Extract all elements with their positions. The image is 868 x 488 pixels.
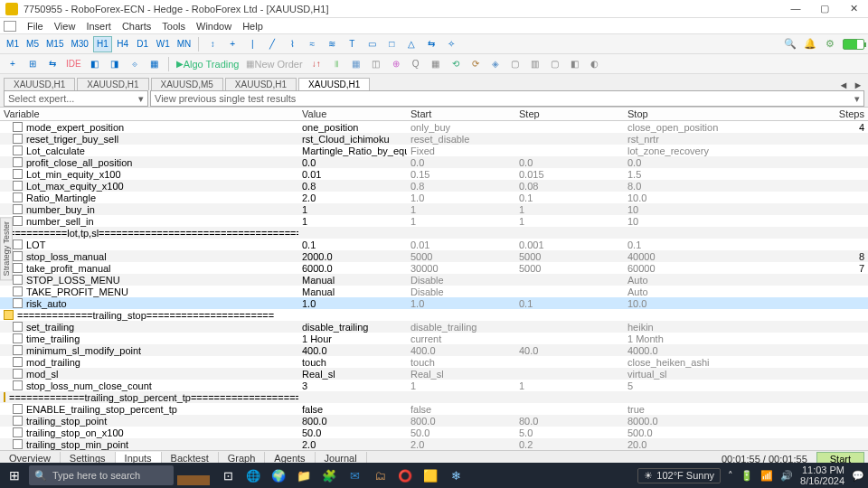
param-stop[interactable]: Auto [624, 275, 823, 286]
taskbar-app-3[interactable]: 📁 [295, 466, 313, 484]
param-row[interactable]: number_buy_in11110 [0, 203, 868, 215]
param-row[interactable]: Lot_max_equity_x1000.80.80.088.0 [0, 180, 868, 192]
param-row[interactable]: ENABLE_trailing_stop_percent_tpfalsefals… [0, 403, 868, 415]
param-checkbox[interactable] [13, 298, 23, 308]
param-stop[interactable]: Auto [624, 286, 823, 297]
param-stop[interactable]: 40000 [624, 251, 823, 262]
param-start[interactable]: reset_disable [407, 134, 515, 145]
param-checkbox[interactable] [13, 345, 23, 355]
timeframe-w1[interactable]: W1 [154, 36, 173, 52]
tb2-more-2[interactable]: ▦ [347, 56, 365, 72]
param-start[interactable]: 30000 [407, 263, 515, 274]
chart-tab-3[interactable]: XAUUSD,H1 [225, 78, 297, 90]
param-value[interactable]: 1 [298, 216, 407, 227]
param-stop[interactable]: 1 Month [624, 333, 823, 344]
param-row[interactable]: mod_slReal_slReal_slvirtual_sl [0, 368, 868, 380]
tb2-more-4[interactable]: ⊕ [387, 56, 405, 72]
taskbar-app-9[interactable]: ❄ [447, 466, 465, 484]
param-checkbox[interactable] [13, 157, 23, 167]
param-value[interactable]: Martingle_Ratio_by_equity [298, 145, 407, 156]
timeframe-m5[interactable]: M5 [24, 36, 42, 52]
folder-icon[interactable] [4, 392, 5, 402]
param-checkbox[interactable] [13, 333, 23, 343]
timeframe-m15[interactable]: M15 [43, 36, 66, 52]
tray-volume-icon[interactable]: 🔊 [780, 470, 793, 482]
start-menu-button[interactable]: ⊞ [0, 463, 29, 488]
param-row[interactable]: TAKE_PROFIT_MENUManualDisableAuto [0, 286, 868, 297]
menu-help[interactable]: Help [237, 21, 269, 32]
param-stop[interactable]: 10 [624, 216, 823, 227]
param-checkbox[interactable] [13, 322, 23, 332]
taskbar-app-0[interactable]: ⊡ [219, 466, 237, 484]
param-row[interactable]: minimum_sl_modify_point400.0400.040.0400… [0, 344, 868, 356]
param-row[interactable]: STOP_LOSS_MENUManualDisableAuto [0, 274, 868, 286]
taskbar-app-4[interactable]: 🧩 [320, 466, 338, 484]
results-select[interactable]: View previous single test results▾ [150, 90, 864, 107]
param-start[interactable]: Disable [407, 286, 515, 297]
draw-tool-2[interactable]: | [243, 36, 261, 52]
draw-tool-4[interactable]: ⌇ [283, 36, 301, 52]
param-checkbox[interactable] [13, 192, 23, 202]
param-stop[interactable]: close_heiken_ashi [624, 357, 823, 368]
param-row[interactable]: trailing_stop_min_point2.02.00.220.0 [0, 438, 868, 450]
tb2-more-3[interactable]: ◫ [367, 56, 385, 72]
param-step[interactable]: 40.0 [515, 345, 624, 356]
taskbar-app-8[interactable]: 🟨 [421, 466, 439, 484]
draw-tool-7[interactable]: T [343, 36, 361, 52]
draw-tool-12[interactable]: ✧ [442, 36, 460, 52]
taskbar-clock[interactable]: 11:03 PM 8/16/2024 [800, 465, 844, 486]
tb2-item-3[interactable]: IDE [63, 56, 84, 72]
tb2-more-14[interactable]: ◐ [586, 56, 604, 72]
param-row[interactable]: take_profit_manual6000.0300005000600007 [0, 262, 868, 274]
tb2-more-12[interactable]: ▢ [546, 56, 564, 72]
param-step[interactable]: 0.1 [515, 298, 624, 309]
param-checkbox[interactable] [13, 286, 23, 296]
param-stop[interactable]: 8000.0 [624, 416, 823, 427]
param-checkbox[interactable] [13, 416, 23, 426]
param-start[interactable]: 0.15 [407, 169, 515, 180]
taskbar-app-7[interactable]: ⭕ [396, 466, 414, 484]
param-checkbox[interactable] [13, 404, 23, 414]
param-value[interactable]: 6000.0 [298, 263, 407, 274]
param-step[interactable]: 1 [515, 380, 624, 391]
param-step[interactable]: 1 [515, 204, 624, 215]
param-checkbox[interactable] [13, 427, 23, 437]
param-checkbox[interactable] [13, 251, 23, 261]
param-row[interactable]: reset_triger_buy_sellrst_Cloud_ichimokur… [0, 133, 868, 145]
param-start[interactable]: touch [407, 357, 515, 368]
tab-next-button[interactable]: ► [852, 80, 864, 90]
new-order-button[interactable]: ▦ New Order [243, 56, 305, 72]
param-step[interactable]: 5000 [515, 263, 624, 274]
param-value[interactable]: 0.0 [298, 157, 407, 168]
param-start[interactable]: 5000 [407, 251, 515, 262]
param-value[interactable]: touch [298, 357, 407, 368]
param-row[interactable]: Lot_min_equity_x1000.010.150.0151.5 [0, 168, 868, 180]
menu-tools[interactable]: Tools [156, 21, 191, 32]
param-row[interactable]: mode_expert_positionone_positiononly_buy… [0, 121, 868, 133]
param-step[interactable]: 0.1 [515, 192, 624, 203]
news-widget[interactable] [177, 465, 210, 485]
tb2-more-11[interactable]: ▥ [526, 56, 544, 72]
param-value[interactable]: 2.0 [298, 192, 407, 203]
param-stop[interactable]: heikin [624, 322, 823, 333]
chart-tab-0[interactable]: XAUUSD,H1 [4, 78, 75, 90]
col-value[interactable]: Value [298, 108, 407, 120]
param-value[interactable]: Real_sl [298, 369, 407, 380]
param-start[interactable]: 0.0 [407, 157, 515, 168]
param-stop[interactable]: 10.0 [624, 298, 823, 309]
param-value[interactable]: false [298, 404, 407, 415]
param-value[interactable]: 0.1 [298, 239, 407, 250]
param-start[interactable]: 400.0 [407, 345, 515, 356]
param-row[interactable]: set_trailingdisable_trailingdisable_trai… [0, 321, 868, 333]
tray-battery-icon[interactable]: 🔋 [741, 470, 753, 482]
tb2-more-0[interactable]: ↓↑ [307, 56, 326, 72]
tab-prev-button[interactable]: ◄ [837, 80, 850, 90]
param-stop[interactable]: lot_zone_recovery [624, 145, 823, 156]
param-step[interactable]: 80.0 [515, 416, 624, 427]
param-checkbox[interactable] [13, 275, 23, 285]
tb2-more-13[interactable]: ◧ [566, 56, 584, 72]
tray-wifi-icon[interactable]: 📶 [760, 470, 773, 482]
menu-file[interactable]: File [22, 21, 49, 32]
draw-tool-8[interactable]: ▭ [363, 36, 381, 52]
param-value[interactable]: 2000.0 [298, 251, 407, 262]
